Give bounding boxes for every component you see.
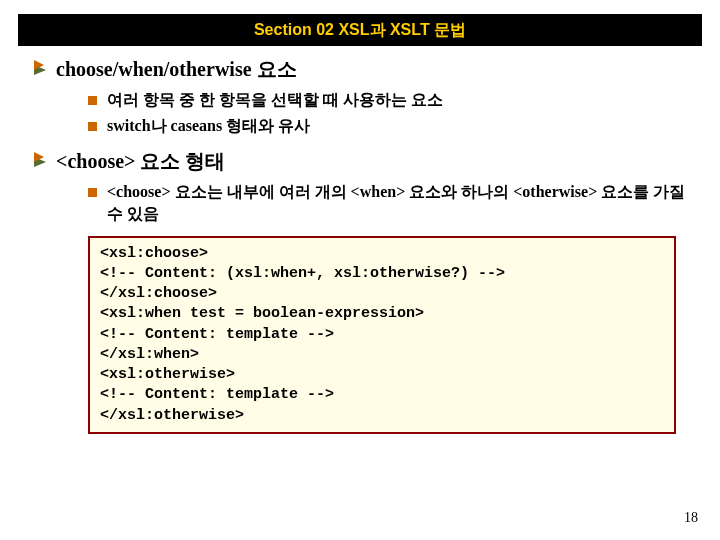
bullet-text: <choose> 요소 형태	[56, 148, 225, 175]
header-title: Section 02 XSL과 XSLT 문법	[254, 20, 466, 41]
page-number: 18	[684, 510, 698, 526]
slide: Section 02 XSL과 XSLT 문법 choose/when/othe…	[0, 0, 720, 540]
slide-body: choose/when/otherwise 요소 여러 항목 중 한 항목을 선…	[34, 56, 686, 434]
bullet-level2: 여러 항목 중 한 항목을 선택할 때 사용하는 요소	[88, 89, 686, 111]
header-bar: Section 02 XSL과 XSLT 문법	[18, 14, 702, 46]
arrow-icon	[34, 152, 56, 170]
bullet-text: <choose> 요소는 내부에 여러 개의 <when> 요소와 하나의 <o…	[107, 181, 686, 226]
bullet-level1: <choose> 요소 형태	[34, 148, 686, 175]
sub-bullet-group: 여러 항목 중 한 항목을 선택할 때 사용하는 요소 switch나 case…	[88, 89, 686, 138]
arrow-icon	[34, 60, 56, 78]
bullet-text: 여러 항목 중 한 항목을 선택할 때 사용하는 요소	[107, 89, 443, 111]
bullet-text: choose/when/otherwise 요소	[56, 56, 297, 83]
sub-bullet-group: <choose> 요소는 내부에 여러 개의 <when> 요소와 하나의 <o…	[88, 181, 686, 226]
bullet-text: switch나 caseans 형태와 유사	[107, 115, 310, 137]
square-icon	[88, 96, 97, 105]
square-icon	[88, 188, 97, 197]
bullet-level1: choose/when/otherwise 요소	[34, 56, 686, 83]
bullet-level2: switch나 caseans 형태와 유사	[88, 115, 686, 137]
square-icon	[88, 122, 97, 131]
bullet-level2: <choose> 요소는 내부에 여러 개의 <when> 요소와 하나의 <o…	[88, 181, 686, 226]
code-block: <xsl:choose> <!-- Content: (xsl:when+, x…	[88, 236, 676, 434]
